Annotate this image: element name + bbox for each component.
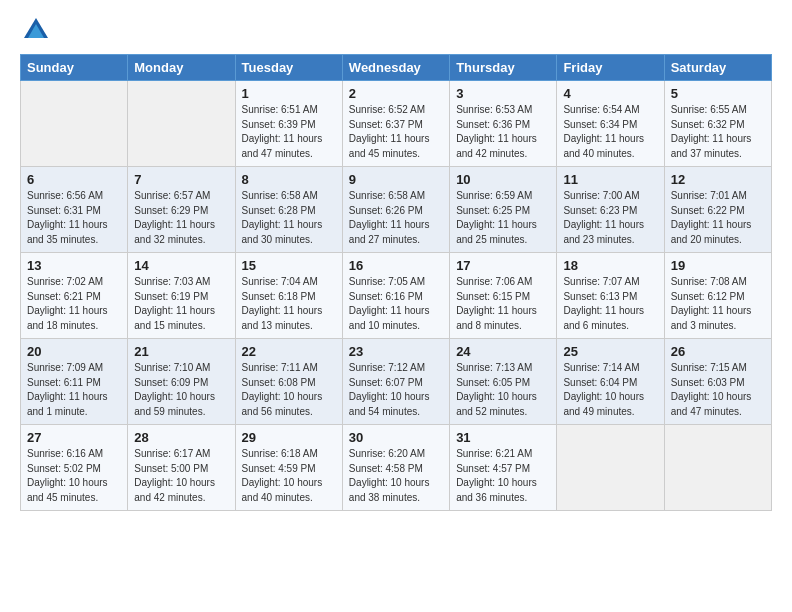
calendar-cell: 28Sunrise: 6:17 AM Sunset: 5:00 PM Dayli…	[128, 425, 235, 511]
calendar-cell	[128, 81, 235, 167]
day-info: Sunrise: 6:21 AM Sunset: 4:57 PM Dayligh…	[456, 447, 550, 505]
day-number: 21	[134, 344, 228, 359]
calendar-week-3: 13Sunrise: 7:02 AM Sunset: 6:21 PM Dayli…	[21, 253, 772, 339]
day-info: Sunrise: 7:08 AM Sunset: 6:12 PM Dayligh…	[671, 275, 765, 333]
day-number: 30	[349, 430, 443, 445]
day-info: Sunrise: 7:07 AM Sunset: 6:13 PM Dayligh…	[563, 275, 657, 333]
day-header-wednesday: Wednesday	[342, 55, 449, 81]
calendar-header-row: SundayMondayTuesdayWednesdayThursdayFrid…	[21, 55, 772, 81]
day-number: 10	[456, 172, 550, 187]
day-header-monday: Monday	[128, 55, 235, 81]
day-info: Sunrise: 7:00 AM Sunset: 6:23 PM Dayligh…	[563, 189, 657, 247]
calendar-cell: 13Sunrise: 7:02 AM Sunset: 6:21 PM Dayli…	[21, 253, 128, 339]
calendar-cell: 21Sunrise: 7:10 AM Sunset: 6:09 PM Dayli…	[128, 339, 235, 425]
day-info: Sunrise: 7:12 AM Sunset: 6:07 PM Dayligh…	[349, 361, 443, 419]
day-header-friday: Friday	[557, 55, 664, 81]
calendar-week-2: 6Sunrise: 6:56 AM Sunset: 6:31 PM Daylig…	[21, 167, 772, 253]
day-info: Sunrise: 6:51 AM Sunset: 6:39 PM Dayligh…	[242, 103, 336, 161]
calendar-cell: 24Sunrise: 7:13 AM Sunset: 6:05 PM Dayli…	[450, 339, 557, 425]
calendar-cell: 27Sunrise: 6:16 AM Sunset: 5:02 PM Dayli…	[21, 425, 128, 511]
calendar-cell: 10Sunrise: 6:59 AM Sunset: 6:25 PM Dayli…	[450, 167, 557, 253]
day-info: Sunrise: 6:58 AM Sunset: 6:26 PM Dayligh…	[349, 189, 443, 247]
calendar-cell: 15Sunrise: 7:04 AM Sunset: 6:18 PM Dayli…	[235, 253, 342, 339]
day-number: 13	[27, 258, 121, 273]
calendar-cell: 16Sunrise: 7:05 AM Sunset: 6:16 PM Dayli…	[342, 253, 449, 339]
day-number: 7	[134, 172, 228, 187]
day-info: Sunrise: 6:55 AM Sunset: 6:32 PM Dayligh…	[671, 103, 765, 161]
calendar-cell: 29Sunrise: 6:18 AM Sunset: 4:59 PM Dayli…	[235, 425, 342, 511]
day-number: 23	[349, 344, 443, 359]
day-info: Sunrise: 6:54 AM Sunset: 6:34 PM Dayligh…	[563, 103, 657, 161]
day-info: Sunrise: 7:11 AM Sunset: 6:08 PM Dayligh…	[242, 361, 336, 419]
day-number: 29	[242, 430, 336, 445]
day-header-thursday: Thursday	[450, 55, 557, 81]
day-number: 27	[27, 430, 121, 445]
day-info: Sunrise: 7:13 AM Sunset: 6:05 PM Dayligh…	[456, 361, 550, 419]
logo-icon	[22, 16, 50, 44]
day-info: Sunrise: 7:04 AM Sunset: 6:18 PM Dayligh…	[242, 275, 336, 333]
calendar-week-5: 27Sunrise: 6:16 AM Sunset: 5:02 PM Dayli…	[21, 425, 772, 511]
day-number: 17	[456, 258, 550, 273]
calendar-cell: 18Sunrise: 7:07 AM Sunset: 6:13 PM Dayli…	[557, 253, 664, 339]
calendar-cell: 2Sunrise: 6:52 AM Sunset: 6:37 PM Daylig…	[342, 81, 449, 167]
day-number: 1	[242, 86, 336, 101]
calendar-cell: 11Sunrise: 7:00 AM Sunset: 6:23 PM Dayli…	[557, 167, 664, 253]
calendar-cell: 26Sunrise: 7:15 AM Sunset: 6:03 PM Dayli…	[664, 339, 771, 425]
day-number: 12	[671, 172, 765, 187]
calendar-week-4: 20Sunrise: 7:09 AM Sunset: 6:11 PM Dayli…	[21, 339, 772, 425]
day-number: 19	[671, 258, 765, 273]
day-number: 22	[242, 344, 336, 359]
day-info: Sunrise: 6:58 AM Sunset: 6:28 PM Dayligh…	[242, 189, 336, 247]
day-info: Sunrise: 6:18 AM Sunset: 4:59 PM Dayligh…	[242, 447, 336, 505]
day-info: Sunrise: 7:03 AM Sunset: 6:19 PM Dayligh…	[134, 275, 228, 333]
day-info: Sunrise: 7:09 AM Sunset: 6:11 PM Dayligh…	[27, 361, 121, 419]
calendar-cell: 30Sunrise: 6:20 AM Sunset: 4:58 PM Dayli…	[342, 425, 449, 511]
calendar-cell: 6Sunrise: 6:56 AM Sunset: 6:31 PM Daylig…	[21, 167, 128, 253]
calendar-cell	[21, 81, 128, 167]
day-info: Sunrise: 6:16 AM Sunset: 5:02 PM Dayligh…	[27, 447, 121, 505]
day-header-saturday: Saturday	[664, 55, 771, 81]
day-info: Sunrise: 7:05 AM Sunset: 6:16 PM Dayligh…	[349, 275, 443, 333]
day-number: 6	[27, 172, 121, 187]
day-info: Sunrise: 6:52 AM Sunset: 6:37 PM Dayligh…	[349, 103, 443, 161]
calendar-cell: 31Sunrise: 6:21 AM Sunset: 4:57 PM Dayli…	[450, 425, 557, 511]
calendar-cell: 5Sunrise: 6:55 AM Sunset: 6:32 PM Daylig…	[664, 81, 771, 167]
day-info: Sunrise: 6:17 AM Sunset: 5:00 PM Dayligh…	[134, 447, 228, 505]
day-number: 25	[563, 344, 657, 359]
day-number: 18	[563, 258, 657, 273]
page: SundayMondayTuesdayWednesdayThursdayFrid…	[0, 0, 792, 521]
calendar-cell: 12Sunrise: 7:01 AM Sunset: 6:22 PM Dayli…	[664, 167, 771, 253]
calendar-cell: 23Sunrise: 7:12 AM Sunset: 6:07 PM Dayli…	[342, 339, 449, 425]
calendar-cell: 22Sunrise: 7:11 AM Sunset: 6:08 PM Dayli…	[235, 339, 342, 425]
calendar-cell: 7Sunrise: 6:57 AM Sunset: 6:29 PM Daylig…	[128, 167, 235, 253]
day-number: 11	[563, 172, 657, 187]
calendar-cell: 9Sunrise: 6:58 AM Sunset: 6:26 PM Daylig…	[342, 167, 449, 253]
day-header-sunday: Sunday	[21, 55, 128, 81]
calendar-cell: 25Sunrise: 7:14 AM Sunset: 6:04 PM Dayli…	[557, 339, 664, 425]
day-info: Sunrise: 6:53 AM Sunset: 6:36 PM Dayligh…	[456, 103, 550, 161]
day-number: 8	[242, 172, 336, 187]
day-number: 26	[671, 344, 765, 359]
calendar-cell: 19Sunrise: 7:08 AM Sunset: 6:12 PM Dayli…	[664, 253, 771, 339]
day-number: 28	[134, 430, 228, 445]
day-header-tuesday: Tuesday	[235, 55, 342, 81]
calendar-cell: 20Sunrise: 7:09 AM Sunset: 6:11 PM Dayli…	[21, 339, 128, 425]
day-number: 9	[349, 172, 443, 187]
day-info: Sunrise: 6:57 AM Sunset: 6:29 PM Dayligh…	[134, 189, 228, 247]
logo	[20, 16, 50, 44]
header	[20, 16, 772, 44]
calendar-cell: 14Sunrise: 7:03 AM Sunset: 6:19 PM Dayli…	[128, 253, 235, 339]
day-number: 16	[349, 258, 443, 273]
day-number: 4	[563, 86, 657, 101]
calendar-cell: 3Sunrise: 6:53 AM Sunset: 6:36 PM Daylig…	[450, 81, 557, 167]
day-number: 31	[456, 430, 550, 445]
day-info: Sunrise: 6:56 AM Sunset: 6:31 PM Dayligh…	[27, 189, 121, 247]
day-info: Sunrise: 7:10 AM Sunset: 6:09 PM Dayligh…	[134, 361, 228, 419]
day-number: 2	[349, 86, 443, 101]
calendar-cell: 17Sunrise: 7:06 AM Sunset: 6:15 PM Dayli…	[450, 253, 557, 339]
calendar-week-1: 1Sunrise: 6:51 AM Sunset: 6:39 PM Daylig…	[21, 81, 772, 167]
day-info: Sunrise: 6:59 AM Sunset: 6:25 PM Dayligh…	[456, 189, 550, 247]
calendar-table: SundayMondayTuesdayWednesdayThursdayFrid…	[20, 54, 772, 511]
day-number: 14	[134, 258, 228, 273]
day-number: 24	[456, 344, 550, 359]
